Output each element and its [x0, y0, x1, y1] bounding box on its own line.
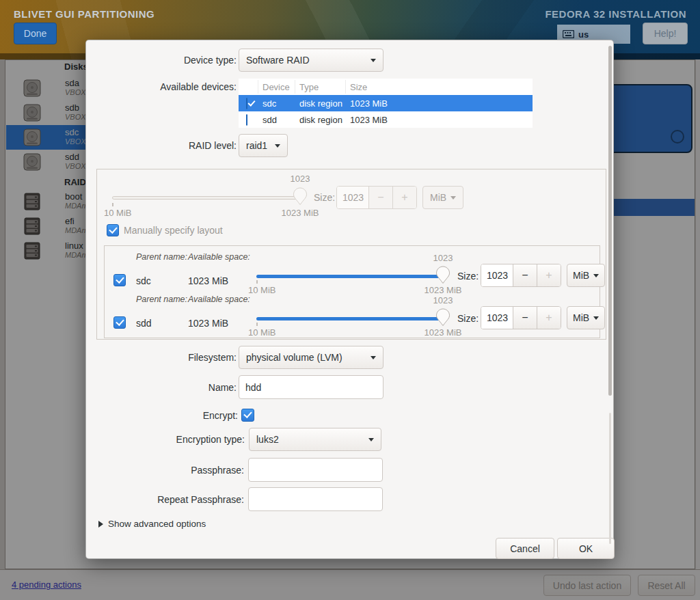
dialog-scrollbar-track[interactable]: [609, 413, 611, 544]
parent-name: sdc: [136, 275, 151, 286]
decrement-button[interactable]: −: [513, 307, 537, 329]
table-row-sdc[interactable]: sdc disk region 1023 MiB: [239, 95, 533, 111]
slider-min-label: 10 MiB: [104, 208, 131, 218]
parent-name: sdd: [136, 318, 152, 329]
cancel-button[interactable]: Cancel: [496, 538, 554, 559]
column-size: Size: [346, 80, 533, 94]
sdc-slider-handle[interactable]: [435, 266, 450, 284]
encryption-type-label: Encryption type:: [86, 428, 245, 451]
total-size-slider-track[interactable]: [112, 196, 301, 200]
sdd-slider-value: 1023: [422, 295, 463, 305]
expander-arrow-icon: [98, 521, 103, 528]
sdc-slider-max-label: 1023 MiB: [405, 285, 481, 295]
device-type-combo[interactable]: Software RAID: [239, 49, 383, 72]
keyboard-icon: [563, 30, 574, 38]
cell-type: disk region: [295, 115, 346, 125]
total-size-slider-value: 1023: [280, 174, 321, 184]
increment-button[interactable]: +: [537, 307, 561, 329]
size-label: Size:: [457, 313, 479, 324]
parent-sdd-checkbox[interactable]: [113, 316, 126, 329]
available-space-label: Available space:: [188, 295, 250, 304]
size-label: Size:: [457, 271, 479, 282]
filesystem-label: Filesystem:: [86, 346, 237, 369]
device-type-value: Software RAID: [246, 55, 310, 66]
encryption-type-combo[interactable]: luks2: [249, 428, 381, 451]
sdc-slider-value: 1023: [422, 253, 463, 263]
layout-rows-frame: Parent name: Available space: sdc 1023 M…: [104, 245, 600, 338]
name-label: Name:: [86, 375, 237, 399]
table-row-sdd[interactable]: sdd disk region 1023 MiB: [239, 111, 533, 128]
size-value[interactable]: 1023: [481, 264, 513, 286]
chevron-down-icon: [450, 196, 456, 200]
encrypt-checkbox[interactable]: [241, 409, 254, 422]
available-space-value: 1023 MiB: [188, 318, 228, 329]
size-value[interactable]: 1023: [481, 307, 513, 329]
available-space-value: 1023 MiB: [188, 275, 228, 286]
expander-label: Show advanced options: [108, 519, 206, 529]
table-header-row: Device Type Size: [239, 79, 533, 95]
available-devices-label: Available devices:: [86, 79, 237, 95]
manual-layout-label: Manually specify layout: [124, 225, 223, 236]
slider-min-tick: [112, 203, 113, 206]
unit-value: MiB: [573, 312, 589, 323]
raid-level-combo[interactable]: raid1: [239, 134, 288, 157]
filesystem-value: physical volume (LVM): [246, 352, 342, 363]
column-device: Device: [258, 80, 295, 94]
cell-size: 1023 MiB: [346, 115, 533, 125]
total-size-unit-combo[interactable]: MiB: [422, 186, 463, 209]
sdc-unit-combo[interactable]: MiB: [567, 264, 605, 287]
sdd-slider-min-label: 10 MiB: [248, 327, 275, 338]
decrement-button[interactable]: −: [368, 187, 392, 208]
chevron-down-icon: [368, 438, 374, 441]
device-type-label: Device type:: [86, 49, 237, 72]
keyboard-layout-label: us: [578, 29, 589, 40]
ok-button[interactable]: OK: [557, 538, 615, 559]
done-button[interactable]: Done: [14, 23, 57, 44]
increment-button[interactable]: +: [392, 187, 416, 208]
name-input[interactable]: [239, 375, 383, 399]
chevron-down-icon: [593, 274, 599, 277]
column-type: Type: [295, 80, 346, 94]
repeat-passphrase-input[interactable]: [248, 487, 383, 511]
raid-level-label: RAID level:: [86, 134, 237, 157]
sdc-slider-track[interactable]: [256, 275, 444, 278]
sdd-slider-handle[interactable]: [435, 308, 450, 327]
filesystem-combo[interactable]: physical volume (LVM): [239, 346, 383, 369]
size-value[interactable]: 1023: [337, 187, 368, 208]
row-checkbox[interactable]: [246, 98, 247, 109]
total-size-slider-handle[interactable]: [293, 187, 308, 206]
add-device-dialog: Device type: Software RAID Available dev…: [85, 40, 614, 559]
encryption-type-value: luks2: [256, 434, 279, 445]
raid-level-value: raid1: [246, 140, 267, 151]
parent-name-label: Parent name:: [136, 252, 187, 262]
show-advanced-options-expander[interactable]: Show advanced options: [98, 519, 206, 529]
passphrase-label: Passphrase:: [86, 458, 244, 482]
increment-button[interactable]: +: [537, 264, 561, 286]
row-checkbox[interactable]: [246, 114, 247, 126]
slider-min-tick: [256, 323, 258, 326]
sdd-slider-track[interactable]: [256, 317, 444, 321]
cell-type: disk region: [295, 98, 346, 109]
help-button[interactable]: Help!: [643, 23, 688, 44]
dialog-scrollbar-thumb[interactable]: [608, 46, 612, 396]
chevron-down-icon: [371, 356, 376, 359]
chevron-down-icon: [275, 144, 280, 148]
sdd-unit-combo[interactable]: MiB: [567, 306, 605, 329]
available-space-label: Available space:: [188, 252, 250, 262]
page-title: BLIVET GUI PARTITIONING: [14, 8, 154, 20]
slider-max-label: 1023 MiB: [262, 208, 338, 218]
decrement-button[interactable]: −: [513, 264, 537, 286]
chevron-down-icon: [371, 59, 376, 62]
total-size-spinbutton: 1023 − +: [336, 186, 417, 209]
manual-layout-checkbox[interactable]: [107, 224, 119, 236]
size-label: Size:: [314, 192, 335, 203]
slider-min-tick: [256, 280, 258, 284]
cell-size: 1023 MiB: [346, 98, 533, 109]
sdc-slider-min-label: 10 MiB: [248, 285, 275, 295]
passphrase-input[interactable]: [248, 458, 383, 482]
size-section-frame: 1023 10 MiB 1023 MiB Size: 1023 − + MiB …: [96, 169, 606, 340]
unit-value: MiB: [430, 192, 446, 203]
cell-device: sdc: [258, 98, 295, 109]
parent-sdc-checkbox[interactable]: [113, 274, 126, 286]
chevron-down-icon: [593, 316, 599, 320]
